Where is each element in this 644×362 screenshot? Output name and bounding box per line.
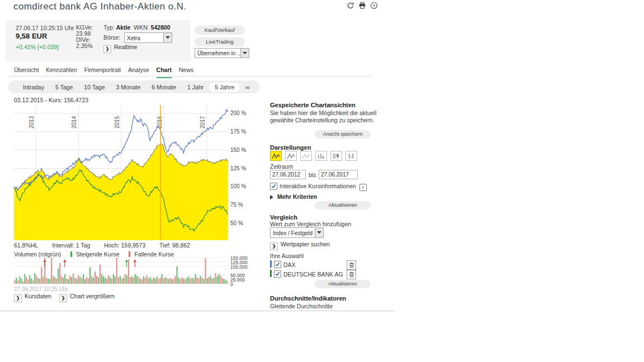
triangle-right-icon — [270, 195, 276, 199]
typ-wkn-line: Typ: Aktie WKN: 542800 — [103, 24, 171, 31]
zeitraum-label: Zeitraum — [270, 163, 293, 170]
price-chart[interactable]: 20132014201520162017 — [14, 105, 228, 240]
quote-timestamp: 27.06.17 10:25:15 Uhr — [16, 25, 74, 31]
update-chart-button[interactable]: Aktualisieren — [315, 201, 371, 209]
price-axis-tick: 200 % — [230, 110, 246, 116]
deutsche-bank-delete-button[interactable] — [347, 270, 356, 279]
chart-type-thin-line-button[interactable] — [300, 151, 312, 161]
range-bar: Intraday 5 Tage 10 Tage 3 Monate 6 Monat… — [8, 80, 260, 93]
bottom-divider — [0, 311, 395, 311]
dax-checkbox[interactable] — [274, 261, 281, 268]
volume-legend-up: Steigende Kurse — [76, 251, 120, 258]
dax-label: DAX — [283, 261, 296, 268]
date-from-input[interactable] — [270, 170, 306, 179]
range-max[interactable]: ∞ — [240, 83, 255, 92]
help-icon[interactable]: ? — [370, 2, 378, 9]
interactive-info-label: Interaktive Kursinformationeni — [280, 183, 367, 191]
saved-views-title: Gespeicherte Chartansichten — [270, 102, 356, 108]
update-compare-button[interactable]: Aktualisieren — [315, 280, 371, 288]
chart-type-ohlc-button[interactable] — [345, 151, 357, 161]
realtime-link[interactable]: ❯Realtime — [103, 44, 137, 53]
interactive-info-checkbox[interactable] — [270, 183, 277, 190]
dive-value: 2.35% — [76, 43, 93, 49]
page-title: comdirect bank AG Inhaber-Aktien o.N. — [13, 1, 187, 12]
refresh-icon[interactable] — [347, 2, 354, 9]
svg-text:?: ? — [373, 3, 376, 8]
chart-type-bars-arrow-button[interactable] — [315, 151, 327, 161]
selection-label: Ihre Auswahl — [270, 253, 304, 259]
indicators-subtitle: Gleitende Durchschnitte — [270, 303, 333, 309]
price-axis-tick: 150 % — [230, 147, 246, 153]
buy-sell-button[interactable]: Kauf/Verkauf — [195, 26, 245, 35]
svg-text:2016: 2016 — [157, 116, 163, 128]
range-5-tage[interactable]: 5 Tage — [50, 83, 78, 92]
volume-legend: Volumen (rotgrün) Steigende Kurse Fallen… — [14, 251, 174, 258]
volume-legend-title: Volumen (rotgrün) — [14, 251, 61, 258]
stat-hl: 61,8%HL — [14, 242, 38, 249]
boerse-label: Börse: — [103, 34, 120, 41]
saved-views-text: Sie haben hier die Möglichkeit die aktue… — [270, 109, 383, 124]
indicators-title: Durchschnitte/Indikatoren — [270, 295, 346, 302]
range-3-monate[interactable]: 3 Monate — [110, 83, 146, 92]
dax-color-swatch — [270, 260, 272, 268]
quote-change: +0.41% [+0.039] — [16, 44, 59, 50]
svg-text:2014: 2014 — [71, 116, 77, 128]
stat-interval: Intervall: 1 Tag — [52, 242, 90, 249]
typ-value: Aktie — [116, 24, 131, 31]
range-5-jahre[interactable]: 5 Jahre — [209, 83, 240, 92]
up-swatch-icon — [70, 251, 72, 257]
compare-title: Vergleich — [270, 214, 297, 221]
price-axis-tick: 100 % — [230, 183, 246, 189]
arrow-right-icon: ❯ — [59, 294, 67, 302]
apply-in-select[interactable]: Übernehmen in ... — [195, 48, 249, 58]
search-security-link[interactable]: ❯Wertpapier suchen — [270, 241, 330, 250]
price-axis-tick: 125 % — [230, 165, 246, 172]
svg-text:2013: 2013 — [29, 116, 35, 128]
search-security-label: Wertpapier suchen — [281, 241, 330, 247]
deutsche-bank-checkbox[interactable] — [274, 270, 281, 278]
volume-axis-tick: 0 — [230, 282, 233, 287]
chevron-down-icon — [163, 33, 172, 42]
tab-divider — [8, 76, 372, 77]
kursdaten-label: Kursdaten — [25, 293, 51, 299]
wkn-label: WKN: — [134, 24, 149, 31]
chevron-down-icon — [240, 49, 249, 58]
chart-type-toolbar — [270, 151, 359, 161]
down-swatch-icon — [129, 251, 130, 257]
more-criteria-toggle[interactable]: Mehr Kriterien — [270, 193, 317, 200]
save-view-button[interactable]: Ansicht speichern — [315, 130, 371, 139]
stat-low: Tief: 98,862 — [159, 242, 190, 249]
boerse-select-value: Xetra — [127, 35, 140, 41]
deutsche-bank-color-swatch — [270, 270, 272, 277]
compare-subtitle: Wert zum Vergleich hinzufügen — [270, 221, 351, 227]
chart-type-candlestick-button[interactable] — [330, 151, 342, 161]
typ-label: Typ: — [103, 24, 115, 31]
bis-label: bis — [309, 172, 316, 178]
page-root: comdirect bank AG Inhaber-Aktien o.N. ? … — [0, 0, 644, 362]
apply-in-value: Übernehmen in ... — [197, 50, 242, 56]
svg-text:2017: 2017 — [200, 116, 206, 128]
chart-type-line-button[interactable] — [285, 151, 297, 161]
range-1-jahr[interactable]: 1 Jahr — [182, 83, 209, 92]
dax-delete-button[interactable] — [347, 260, 356, 270]
stat-high: Hoch: 159,9573 — [104, 242, 145, 249]
volume-legend-down: Fallende Kurse — [134, 251, 174, 258]
date-to-input[interactable] — [319, 170, 358, 179]
kursdaten-link[interactable]: ❯Kursdaten — [14, 293, 51, 302]
range-6-monate[interactable]: 6 Monate — [146, 83, 182, 92]
chart-enlarge-link[interactable]: ❯Chart vergrößern — [59, 293, 115, 302]
price-axis-tick: 175 % — [230, 128, 246, 135]
range-10-tage[interactable]: 10 Tage — [78, 83, 110, 92]
chevron-down-icon — [315, 228, 323, 237]
range-intraday[interactable]: Intraday — [17, 83, 50, 92]
chart-type-mountain-button[interactable] — [270, 151, 282, 161]
compare-select[interactable]: Index / Festgeld — [270, 227, 324, 238]
svg-text:2015: 2015 — [114, 116, 120, 128]
wkn-value: 542800 — [151, 24, 171, 31]
live-trading-button[interactable]: LiveTrading — [195, 37, 245, 46]
print-icon[interactable] — [358, 2, 366, 9]
volume-axis-tick: 100.000 — [230, 264, 248, 270]
boerse-select[interactable]: Xetra — [124, 32, 172, 43]
volume-chart[interactable] — [14, 258, 228, 284]
info-icon[interactable]: i — [359, 184, 367, 191]
